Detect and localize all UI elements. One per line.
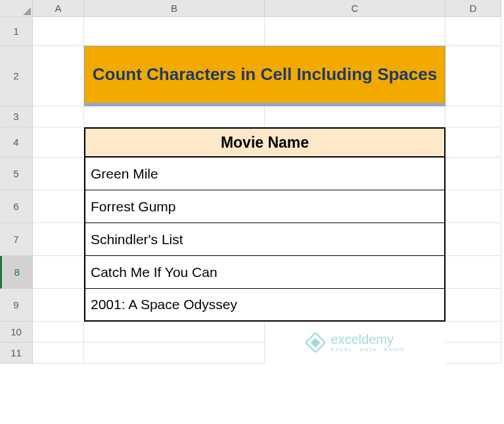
row-header-5[interactable]: 5: [0, 158, 33, 190]
cell-a2[interactable]: [33, 46, 84, 106]
cell-c3[interactable]: [265, 106, 446, 127]
cell-b1[interactable]: [84, 17, 265, 46]
title-merged-cell[interactable]: Count Characters in Cell Including Space…: [84, 46, 446, 106]
spreadsheet-grid: A B C D 1 2 Count Characters in Cell Inc…: [0, 0, 504, 364]
cell-a9[interactable]: [33, 289, 84, 322]
col-header-b[interactable]: B: [84, 0, 265, 17]
cell-a3[interactable]: [33, 106, 84, 127]
cell-d2[interactable]: [446, 46, 501, 106]
cell-b11[interactable]: [84, 343, 265, 364]
watermark: exceldemy EXCEL · DATA · KNOW: [265, 322, 446, 364]
row-header-11[interactable]: 11: [0, 343, 33, 364]
cell-a11[interactable]: [33, 343, 84, 364]
cell-a6[interactable]: [33, 190, 84, 223]
cell-d1[interactable]: [446, 17, 501, 46]
exceldemy-logo-icon: [306, 333, 325, 352]
table-row[interactable]: 2001: A Space Odyssey: [84, 289, 446, 322]
cell-a5[interactable]: [33, 158, 84, 190]
cell-d11[interactable]: [446, 343, 501, 364]
cell-d6[interactable]: [446, 190, 501, 223]
select-all-corner[interactable]: [0, 0, 33, 17]
row-header-9[interactable]: 9: [0, 289, 33, 322]
cell-a8[interactable]: [33, 256, 84, 289]
table-row[interactable]: Forrest Gump: [84, 190, 446, 223]
table-row[interactable]: Green Mile: [84, 158, 446, 190]
row-header-4[interactable]: 4: [0, 127, 33, 158]
cell-d3[interactable]: [446, 106, 501, 127]
cell-a4[interactable]: [33, 127, 84, 158]
cell-d8[interactable]: [446, 256, 501, 289]
cell-c1[interactable]: [265, 17, 446, 46]
table-row[interactable]: Schindler's List: [84, 223, 446, 256]
col-header-d[interactable]: D: [446, 0, 501, 17]
cell-a7[interactable]: [33, 223, 84, 256]
watermark-brand: exceldemy: [331, 333, 404, 346]
row-header-7[interactable]: 7: [0, 223, 33, 256]
cell-d7[interactable]: [446, 223, 501, 256]
cell-b10[interactable]: [84, 322, 265, 343]
row-header-3[interactable]: 3: [0, 106, 33, 127]
row-header-8[interactable]: 8: [0, 256, 33, 289]
row-header-6[interactable]: 6: [0, 190, 33, 223]
cell-a10[interactable]: [33, 322, 84, 343]
table-header-cell[interactable]: Movie Name: [84, 127, 446, 158]
row-header-1[interactable]: 1: [0, 17, 33, 46]
col-header-c[interactable]: C: [265, 0, 446, 17]
col-header-a[interactable]: A: [33, 0, 84, 17]
table-row[interactable]: Catch Me If You Can: [84, 256, 446, 289]
svg-rect-1: [311, 338, 321, 348]
cell-d10[interactable]: [446, 322, 501, 343]
watermark-tagline: EXCEL · DATA · KNOW: [331, 347, 404, 352]
row-header-10[interactable]: 10: [0, 322, 33, 343]
row-header-2[interactable]: 2: [0, 46, 33, 106]
cell-a1[interactable]: [33, 17, 84, 46]
cell-d4[interactable]: [446, 127, 501, 158]
cell-b3[interactable]: [84, 106, 265, 127]
cell-d5[interactable]: [446, 158, 501, 190]
cell-d9[interactable]: [446, 289, 501, 322]
svg-rect-0: [306, 333, 325, 352]
